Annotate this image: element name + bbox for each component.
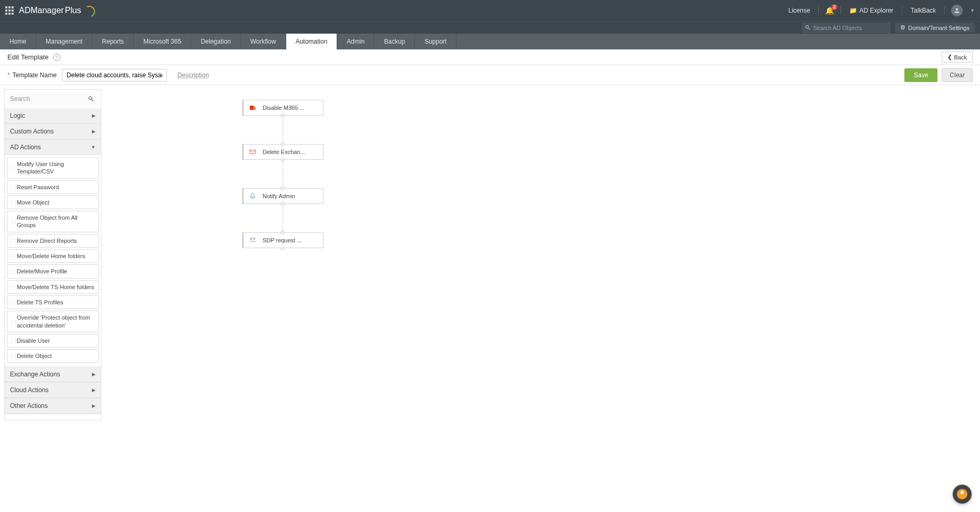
search-icon[interactable]: 🔍︎ — [88, 95, 95, 103]
back-button[interactable]: ❮ Back — [942, 52, 973, 63]
actions-sidebar: 🔍︎ Logic ▶ Custom Actions ▶ AD Actions ▼… — [4, 89, 101, 421]
action-remove-groups[interactable]: Remove Object from All Groups — [7, 211, 99, 232]
chevron-right-icon: ▶ — [92, 403, 96, 408]
sidebar-search-container: 🔍︎ — [5, 90, 101, 108]
chevron-right-icon: ▶ — [92, 113, 96, 118]
svg-point-5 — [250, 238, 252, 240]
action-delete-object[interactable]: Delete Object — [7, 349, 99, 363]
flow-dot — [281, 247, 285, 250]
form-row: * Template Name Description Save Clear — [0, 65, 980, 85]
accordion-ad: AD Actions ▼ Modify User Using Template/… — [5, 140, 101, 367]
accordion-body-ad: Modify User Using Template/CSV Reset Pas… — [5, 155, 101, 366]
help-icon[interactable]: ? — [53, 54, 60, 61]
notification-button[interactable]: 🔔 2 — [825, 6, 834, 15]
tab-automation[interactable]: Automation — [286, 34, 338, 49]
brand-name: ADManager — [19, 6, 64, 15]
chevron-down-icon: ▼ — [91, 145, 96, 150]
action-override-protect[interactable]: Override 'Protect object from accidental… — [7, 311, 99, 332]
accordion-exchange: Exchange Actions ▶ — [5, 367, 101, 383]
mail-icon — [249, 148, 256, 156]
tab-admin[interactable]: Admin — [337, 34, 374, 49]
clear-button[interactable]: Clear — [942, 68, 973, 82]
bell-icon — [249, 192, 256, 200]
tab-management[interactable]: Management — [36, 34, 92, 49]
accordion-header-other[interactable]: Other Actions ▶ — [5, 398, 101, 414]
form-row-left: * Template Name Description — [7, 69, 209, 81]
flow-node-delete-exchange[interactable]: Delete Exchan... — [242, 144, 324, 160]
form-row-right: Save Clear — [904, 68, 973, 82]
tab-support[interactable]: Support — [415, 34, 456, 49]
flow-dot — [281, 231, 285, 234]
action-delete-profile[interactable]: Delete/Move Profile — [7, 264, 99, 278]
save-button[interactable]: Save — [904, 68, 937, 82]
action-delete-ts-profile[interactable]: Delete TS Profiles — [7, 295, 99, 309]
chevron-down-icon[interactable]: ▼ — [970, 8, 975, 13]
action-move-object[interactable]: Move Object — [7, 196, 99, 209]
accordion-header-cloud[interactable]: Cloud Actions ▶ — [5, 383, 101, 398]
tab-home[interactable]: Home — [0, 34, 36, 49]
accordion-custom: Custom Actions ▶ — [5, 124, 101, 140]
person-icon — [953, 7, 961, 14]
sdp-icon — [249, 237, 256, 244]
template-name-label: * Template Name — [7, 71, 57, 79]
ad-explorer-link[interactable]: 📁 AD Explorer — [847, 7, 895, 14]
nav-tabs: Home Management Reports Microsoft 365 De… — [0, 34, 980, 49]
page-header: Edit Template ? ❮ Back — [0, 49, 980, 65]
tab-reports[interactable]: Reports — [92, 34, 134, 49]
action-remove-reports[interactable]: Remove Direct Reports — [7, 234, 99, 248]
tab-delegation[interactable]: Delegation — [191, 34, 241, 49]
topbar: ADManager Plus License 🔔 2 📁 AD Explorer… — [0, 0, 980, 21]
flow-node-disable-m365[interactable]: Disable M365 ... — [242, 100, 324, 116]
sidebar-search-input[interactable] — [8, 93, 98, 105]
required-star: * — [7, 71, 10, 79]
chevron-left-icon: ❮ — [947, 54, 952, 60]
flow-connector — [283, 160, 283, 188]
flow-node-sdp-request[interactable]: SDP request ... — [242, 232, 324, 248]
notification-badge: 2 — [831, 4, 837, 10]
action-reset-password[interactable]: Reset Password — [7, 180, 99, 194]
floating-help-button[interactable] — [953, 485, 972, 504]
tab-backup[interactable]: Backup — [374, 34, 415, 49]
flow-connector — [283, 204, 283, 232]
domain-settings-button[interactable]: ⚙ Domain/Tenant Settings — [895, 23, 975, 33]
node-label: Disable M365 ... — [263, 105, 304, 111]
help-avatar-icon — [957, 489, 967, 499]
brand-arc-icon — [84, 6, 93, 15]
flow-node-notify-admin[interactable]: Notify Admin — [242, 188, 324, 204]
flow-dot — [281, 187, 285, 190]
action-move-home[interactable]: Move/Delete Home folders — [7, 249, 99, 263]
brand-logo: ADManager Plus — [19, 6, 93, 15]
search-ad-container: 🔍︎ — [801, 23, 891, 33]
template-name-input[interactable] — [62, 69, 167, 81]
topbar-left: ADManager Plus — [5, 6, 93, 15]
page-title: Edit Template — [7, 53, 49, 61]
folder-icon: 📁 — [849, 7, 857, 14]
accordion-header-ad[interactable]: AD Actions ▼ — [5, 140, 101, 155]
subheader: 🔍︎ ⚙ Domain/Tenant Settings — [0, 21, 980, 34]
topbar-right: License 🔔 2 📁 AD Explorer TalkBack ▼ — [786, 5, 975, 16]
talkback-link[interactable]: TalkBack — [909, 7, 938, 14]
user-avatar[interactable] — [951, 5, 963, 16]
license-link[interactable]: License — [786, 7, 812, 14]
action-move-ts-home[interactable]: Move/Delete TS Home folders — [7, 280, 99, 294]
flow-canvas[interactable]: Disable M365 ... Delete Exchan... Notify… — [106, 89, 976, 508]
separator — [902, 6, 902, 15]
action-modify-user[interactable]: Modify User Using Template/CSV — [7, 157, 99, 179]
tab-microsoft365[interactable]: Microsoft 365 — [134, 34, 191, 49]
separator — [944, 6, 945, 15]
accordion-header-custom[interactable]: Custom Actions ▶ — [5, 124, 101, 139]
tab-workflow[interactable]: Workflow — [241, 34, 286, 49]
apps-grid-icon[interactable] — [5, 6, 14, 15]
flow-dot — [281, 114, 285, 118]
separator — [840, 6, 841, 15]
accordion-cloud: Cloud Actions ▶ — [5, 383, 101, 398]
chevron-right-icon: ▶ — [92, 387, 96, 393]
action-disable-user[interactable]: Disable User — [7, 334, 99, 347]
accordion-header-logic[interactable]: Logic ▶ — [5, 108, 101, 124]
flow-dot — [281, 158, 285, 162]
search-ad-input[interactable] — [813, 25, 888, 31]
main-content: 🔍︎ Logic ▶ Custom Actions ▶ AD Actions ▼… — [0, 85, 980, 512]
description-link[interactable]: Description — [178, 71, 209, 79]
search-icon: 🔍︎ — [805, 24, 811, 32]
accordion-header-exchange[interactable]: Exchange Actions ▶ — [5, 367, 101, 382]
